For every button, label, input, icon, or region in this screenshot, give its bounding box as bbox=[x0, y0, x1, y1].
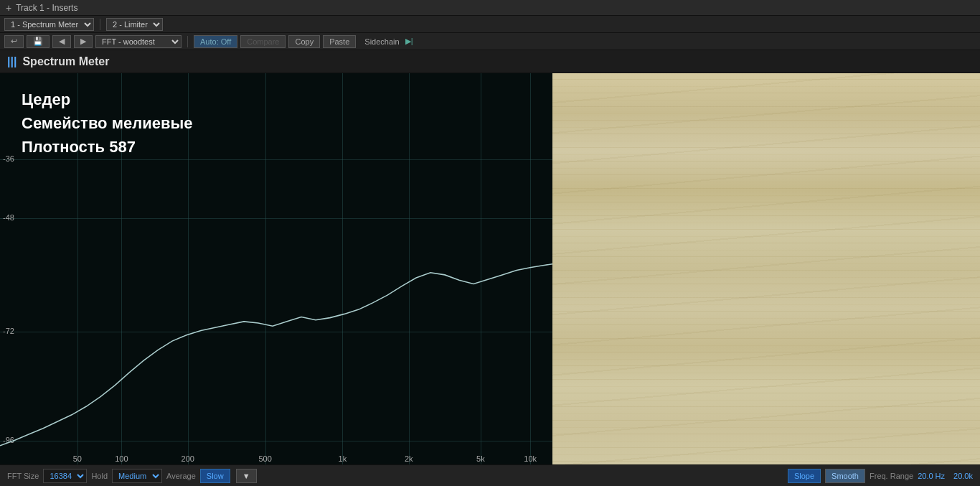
compare-button[interactable]: Compare bbox=[240, 35, 286, 48]
spectrum-curve bbox=[0, 234, 552, 464]
top-bar: + Track 1 - Inserts bbox=[0, 0, 980, 16]
paste-button[interactable]: Paste bbox=[323, 35, 356, 48]
toolbar: ↩ 💾 ◀ ▶ FFT - woodtest Auto: Off Compare… bbox=[0, 33, 980, 50]
slope-button[interactable]: Slope bbox=[788, 469, 821, 483]
average-slow-button[interactable]: Slow bbox=[200, 469, 230, 483]
preset-select[interactable]: FFT - woodtest bbox=[95, 35, 182, 48]
save-button[interactable]: 💾 bbox=[27, 35, 50, 48]
plus-icon[interactable]: + bbox=[6, 2, 11, 14]
average-dropdown-button[interactable]: ▼ bbox=[236, 469, 257, 483]
wood-info-overlay: Цедер Семейство мелиевые Плотность 587 bbox=[22, 88, 192, 159]
spectrum-area: Цедер Семейство мелиевые Плотность 587 -… bbox=[0, 73, 552, 464]
wood-diagonal-grain bbox=[552, 73, 980, 464]
track-title: Track 1 - Inserts bbox=[16, 3, 77, 13]
main-content: Цедер Семейство мелиевые Плотность 587 -… bbox=[0, 73, 980, 464]
freq-max-value: 20.0k bbox=[953, 472, 973, 480]
fft-size-label: FFT Size bbox=[7, 472, 39, 480]
wood-texture-area bbox=[552, 73, 980, 464]
hold-select[interactable]: Medium bbox=[112, 469, 162, 483]
plugin-name: Spectrum Meter bbox=[22, 55, 109, 68]
plugin-slot2-select[interactable]: 2 - Limiter bbox=[106, 18, 163, 31]
plugin-header: 1 - Spectrum Meter 2 - Limiter bbox=[0, 16, 980, 33]
average-label: Average bbox=[166, 472, 196, 480]
smooth-button[interactable]: Smooth bbox=[825, 469, 865, 483]
fft-size-select[interactable]: 16384 bbox=[43, 469, 87, 483]
header-divider bbox=[100, 19, 100, 30]
prev-button[interactable]: ◀ bbox=[52, 35, 71, 48]
wood-family: Семейство мелиевые bbox=[22, 111, 192, 135]
freq-min-value: 20.0 Hz bbox=[918, 472, 945, 480]
next-button[interactable]: ▶ bbox=[74, 35, 93, 48]
plugin-slot1-select[interactable]: 1 - Spectrum Meter bbox=[4, 18, 94, 31]
bottom-bar: FFT Size 16384 Hold Medium Average Slow … bbox=[0, 464, 980, 486]
copy-button[interactable]: Copy bbox=[288, 35, 320, 48]
sidechain-arrow-icon[interactable]: ▶| bbox=[405, 37, 413, 46]
hold-label: Hold bbox=[91, 472, 108, 480]
plugin-title-bar: ||| Spectrum Meter bbox=[0, 50, 980, 73]
auto-off-button[interactable]: Auto: Off bbox=[194, 35, 237, 48]
wood-species: Цедер bbox=[22, 88, 192, 111]
sidechain-label: Sidechain bbox=[364, 37, 399, 46]
wood-density: Плотность 587 bbox=[22, 135, 192, 159]
undo-button[interactable]: ↩ bbox=[4, 35, 24, 48]
freq-range-label: Freq. Range bbox=[870, 472, 913, 480]
spectrum-meter-icon: ||| bbox=[7, 55, 17, 68]
toolbar-divider bbox=[187, 36, 188, 47]
